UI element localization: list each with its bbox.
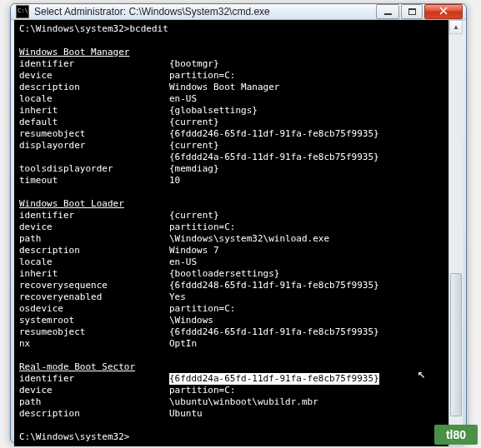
row-key: nx [19, 338, 169, 350]
minimize-icon [384, 13, 392, 15]
row-key: default [19, 117, 169, 128]
row-key: device [19, 222, 169, 233]
command-prompt-window: Select Administrator: C:\Windows\System3… [10, 3, 467, 443]
row-key: systemroot [19, 315, 169, 326]
output-row: path\Windows\system32\winload.exe [19, 233, 443, 245]
output-row: resumeobject{6fddd246-65fd-11df-91fa-fe8… [19, 326, 443, 338]
watermark-badge: tl80 [434, 425, 478, 445]
cmd-icon [16, 5, 29, 18]
row-value: {6fddd248-65fd-11df-91fa-fe8cb75f9935} [169, 280, 379, 291]
section-realmode-title: Real-mode Boot Sector [19, 361, 135, 372]
row-value: Windows 7 [169, 245, 219, 256]
scroll-thumb[interactable] [450, 273, 462, 416]
row-key [19, 152, 169, 163]
output-row: recoveryenabledYes [19, 291, 443, 303]
row-value: Windows Boot Manager [169, 82, 279, 93]
maximize-icon [408, 8, 416, 15]
minimize-button[interactable] [376, 4, 399, 19]
close-icon [439, 7, 448, 17]
output-row: identifier{6fddd24a-65fd-11df-91fa-fe8cb… [19, 373, 443, 385]
row-key: description [19, 408, 169, 420]
row-value: partition=C: [169, 70, 235, 82]
row-value: OptIn [169, 338, 197, 350]
client-area: C:\Windows\system32>bcdedit Windows Boot… [14, 20, 463, 446]
output-row: toolsdisplayorder{memdiag} [19, 163, 443, 175]
section-boot-loader-title: Windows Boot Loader [19, 198, 124, 209]
row-key: device [19, 70, 169, 82]
titlebar[interactable]: Select Administrator: C:\Windows\System3… [11, 4, 466, 20]
row-key: description [19, 82, 169, 93]
row-key: locale [19, 93, 169, 105]
row-value: {memdiag} [169, 163, 219, 175]
row-key: osdevice [19, 303, 169, 315]
output-row: inherit{globalsettings} [19, 105, 443, 117]
row-value: {bootloadersettings} [169, 268, 279, 280]
output-row: localeen-US [19, 256, 443, 268]
console-output[interactable]: C:\Windows\system32>bcdedit Windows Boot… [14, 20, 448, 446]
output-row: inherit{bootloadersettings} [19, 268, 443, 280]
row-key: identifier [19, 210, 169, 222]
row-key: device [19, 385, 169, 396]
output-row: nxOptIn [19, 338, 443, 350]
output-row: descriptionWindows 7 [19, 245, 443, 256]
row-value: partition=C: [169, 385, 235, 396]
row-key: resumeobject [19, 128, 169, 140]
row-key: inherit [19, 105, 169, 117]
output-row: identifier{current} [19, 210, 443, 222]
row-key: inherit [19, 268, 169, 280]
row-key: toolsdisplayorder [19, 163, 169, 175]
row-value: \Windows [169, 315, 213, 326]
output-row: osdevicepartition=C: [19, 303, 443, 315]
output-row: default{current} [19, 117, 443, 128]
row-value: Ubuntu [169, 408, 203, 420]
maximize-button[interactable] [401, 4, 423, 19]
output-row: localeen-US [19, 93, 443, 105]
output-row: descriptionWindows Boot Manager [19, 82, 443, 93]
row-value: {6fddd246-65fd-11df-91fa-fe8cb75f9935} [169, 326, 379, 338]
row-key: recoverysequence [19, 280, 169, 291]
output-row: displayorder{current} [19, 140, 443, 152]
row-value: {current} [169, 140, 219, 152]
row-value: partition=C: [169, 303, 235, 315]
row-key: locale [19, 256, 169, 268]
section-boot-manager: identifier{bootmgr}devicepartition=C:des… [19, 58, 443, 187]
row-value: {bootmgr} [169, 58, 219, 70]
output-row: descriptionUbuntu [19, 408, 443, 420]
output-row: devicepartition=C: [19, 70, 443, 82]
output-row: devicepartition=C: [19, 222, 443, 233]
output-row: {6fddd24a-65fd-11df-91fa-fe8cb75f9935} [19, 152, 443, 163]
row-value: {globalsettings} [169, 105, 258, 117]
scroll-track[interactable] [449, 34, 463, 432]
row-value: en-US [169, 256, 197, 268]
prompt-final: C:\Windows\system32> [19, 431, 129, 442]
row-value: {current} [169, 117, 219, 128]
output-row: path\ubuntu\winboot\wubildr.mbr [19, 396, 443, 408]
window-controls [376, 4, 463, 19]
output-row: identifier{bootmgr} [19, 58, 443, 70]
vertical-scrollbar[interactable]: ▲ ▼ [448, 20, 463, 446]
row-value: \ubuntu\winboot\wubildr.mbr [169, 396, 318, 408]
row-key: resumeobject [19, 326, 169, 338]
row-key: path [19, 233, 169, 245]
scroll-up-button[interactable]: ▲ [449, 20, 463, 34]
row-value: {current} [169, 210, 219, 222]
row-value: partition=C: [169, 222, 235, 233]
row-key: recoveryenabled [19, 291, 169, 303]
row-key: timeout [19, 175, 169, 187]
section-realmode: identifier{6fddd24a-65fd-11df-91fa-fe8cb… [19, 373, 443, 420]
output-row: timeout10 [19, 175, 443, 187]
close-button[interactable] [424, 4, 463, 19]
prompt-line: C:\Windows\system32>bcdedit [19, 23, 168, 34]
row-value: Yes [169, 291, 186, 303]
output-row: systemroot\Windows [19, 315, 443, 326]
row-value: {6fddd24a-65fd-11df-91fa-fe8cb75f9935} [169, 152, 379, 163]
row-value-selected: {6fddd24a-65fd-11df-91fa-fe8cb75f9935} [169, 373, 379, 385]
output-row: recoverysequence{6fddd248-65fd-11df-91fa… [19, 280, 443, 291]
row-value: 10 [169, 175, 180, 187]
output-row: devicepartition=C: [19, 385, 443, 396]
row-key: identifier [19, 373, 169, 385]
window-title: Select Administrator: C:\Windows\System3… [34, 6, 376, 17]
row-value: \Windows\system32\winload.exe [169, 233, 329, 245]
row-key: description [19, 245, 169, 256]
row-value: en-US [169, 93, 197, 105]
